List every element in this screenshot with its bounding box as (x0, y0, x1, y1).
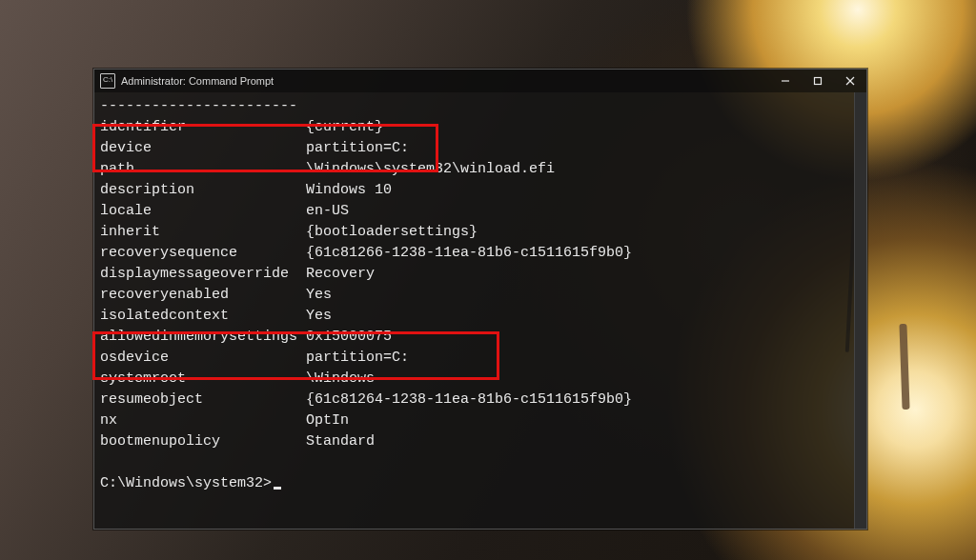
maximize-icon (813, 76, 823, 86)
output-line (100, 452, 861, 473)
titlebar[interactable]: C:\ Administrator: Command Prompt (94, 70, 866, 92)
output-line: allowedinmemorysettings 0x15000075 (100, 327, 861, 348)
minimize-button[interactable] (769, 70, 802, 92)
output-line: nx OptIn (100, 410, 861, 431)
window-title: Administrator: Command Prompt (121, 75, 274, 87)
output-line: osdevice partition=C: (100, 348, 861, 369)
output-line: device partition=C: (100, 138, 861, 159)
text-cursor (274, 487, 281, 490)
cmd-icon: C:\ (100, 73, 115, 89)
minimize-icon (781, 76, 790, 86)
output-line: resumeobject {61c81264-1238-11ea-81b6-c1… (100, 390, 861, 410)
close-button[interactable] (834, 70, 866, 92)
output-line: displaymessageoverride Recovery (100, 264, 861, 285)
terminal-output[interactable]: -----------------------identifier {curre… (100, 96, 861, 523)
close-icon (845, 76, 855, 86)
output-line: ----------------------- (100, 96, 861, 117)
output-line: inherit {bootloadersettings} (100, 222, 861, 243)
output-line: locale en-US (100, 201, 861, 222)
output-line: description Windows 10 (100, 180, 861, 201)
command-prompt-line[interactable]: C:\Windows\system32> (100, 473, 861, 494)
vertical-scrollbar[interactable] (854, 92, 866, 529)
output-line: recoveryenabled Yes (100, 285, 861, 306)
output-line: bootmenupolicy Standard (100, 431, 861, 452)
output-line: identifier {current} (100, 117, 861, 138)
command-prompt-window: C:\ Administrator: Command Prompt ------… (93, 69, 867, 530)
output-line: recoverysequence {61c81266-1238-11ea-81b… (100, 243, 861, 264)
output-line: path \Windows\system32\winload.efi (100, 159, 861, 180)
output-line: isolatedcontext Yes (100, 306, 861, 327)
output-line: systemroot \Windows (100, 369, 861, 390)
maximize-button[interactable] (802, 70, 834, 92)
svg-rect-1 (815, 78, 822, 85)
decorative-bulb-cap (899, 324, 909, 410)
